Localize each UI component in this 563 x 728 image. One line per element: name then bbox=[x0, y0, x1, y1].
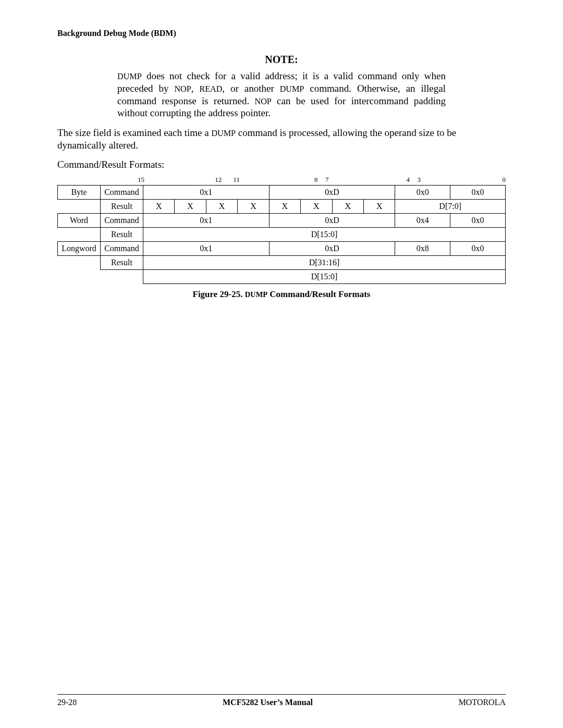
caption-dump: DUMP bbox=[245, 290, 267, 299]
note-text: NOP bbox=[254, 97, 271, 106]
caption-suffix: Command/Result Formats bbox=[267, 289, 370, 299]
body-text: The size field is examined each time a bbox=[57, 127, 211, 138]
data-cell: 0x8 bbox=[395, 241, 450, 255]
caption-prefix: Figure 29-25. bbox=[193, 289, 245, 299]
type-cell bbox=[58, 255, 101, 269]
data-cell: X bbox=[206, 199, 237, 213]
note-text: , bbox=[191, 83, 200, 94]
bit-label: 15 bbox=[138, 176, 144, 184]
bit-label: 3 bbox=[418, 176, 421, 184]
data-cell: X bbox=[175, 199, 206, 213]
footer-page-number: 29-28 bbox=[57, 698, 77, 707]
figure-caption: Figure 29-25. DUMP Command/Result Format… bbox=[57, 289, 506, 300]
table-row: ResultD[31:16] bbox=[58, 255, 506, 269]
data-cell: X bbox=[332, 199, 363, 213]
bit-label: 4 bbox=[406, 176, 410, 184]
data-cell: X bbox=[301, 199, 332, 213]
data-cell: 0xD bbox=[269, 213, 395, 227]
bit-number-row: 15 12 11 8 7 4 3 0 bbox=[57, 176, 506, 184]
footer-brand: MOTOROLA bbox=[459, 698, 506, 707]
label-cell bbox=[101, 269, 143, 283]
table-row: ResultD[15:0] bbox=[58, 227, 506, 241]
type-cell bbox=[58, 227, 101, 241]
type-cell bbox=[58, 199, 101, 213]
bit-label: 12 bbox=[215, 176, 222, 184]
label-cell: Result bbox=[101, 227, 143, 241]
data-cell: 0x4 bbox=[395, 213, 450, 227]
type-cell: Word bbox=[58, 213, 101, 227]
table-row: D[15:0] bbox=[58, 269, 506, 283]
data-cell: 0x1 bbox=[143, 241, 270, 255]
data-cell: 0x0 bbox=[450, 241, 506, 255]
footer-manual-title: MCF5282 User’s Manual bbox=[223, 698, 313, 707]
data-cell: D[15:0] bbox=[143, 269, 506, 283]
data-cell: X bbox=[363, 199, 395, 213]
label-cell: Command bbox=[101, 213, 143, 227]
body-paragraph: The size field is examined each time a D… bbox=[57, 127, 506, 152]
table-row: ResultXXXXXXXXD[7:0] bbox=[58, 199, 506, 213]
note-text: DUMP bbox=[280, 84, 304, 93]
data-cell: 0x1 bbox=[143, 185, 270, 199]
data-cell: X bbox=[143, 199, 175, 213]
label-cell: Command bbox=[101, 185, 143, 199]
type-cell: Byte bbox=[58, 185, 101, 199]
table-row: LongwordCommand0x10xD0x80x0 bbox=[58, 241, 506, 255]
data-cell: D[7:0] bbox=[395, 199, 506, 213]
table-row: WordCommand0x10xD0x40x0 bbox=[58, 213, 506, 227]
format-table: ByteCommand0x10xD0x00x0ResultXXXXXXXXD[7… bbox=[57, 185, 506, 284]
body-text: DUMP bbox=[211, 129, 236, 138]
page-footer: 29-28 MCF5282 User’s Manual MOTOROLA bbox=[57, 694, 506, 707]
note-body: DUMP does not check for a valid address;… bbox=[117, 70, 446, 119]
data-cell: 0x0 bbox=[450, 185, 506, 199]
bit-label: 11 bbox=[234, 176, 240, 184]
note-text: , or another bbox=[222, 83, 279, 94]
bit-label: 7 bbox=[325, 176, 329, 184]
type-cell: Longword bbox=[58, 241, 101, 255]
note-text: DUMP bbox=[117, 72, 142, 81]
data-cell: X bbox=[238, 199, 269, 213]
label-cell: Command bbox=[101, 241, 143, 255]
data-cell: 0x0 bbox=[395, 185, 450, 199]
note-heading: NOTE: bbox=[57, 54, 506, 66]
note-text: READ bbox=[199, 84, 222, 93]
bit-labels: 15 12 11 8 7 4 3 0 bbox=[138, 176, 506, 184]
page: Background Debug Mode (BDM) NOTE: DUMP d… bbox=[0, 0, 563, 728]
label-cell: Result bbox=[101, 199, 143, 213]
data-cell: 0xD bbox=[269, 241, 395, 255]
bit-label: 8 bbox=[314, 176, 318, 184]
type-cell bbox=[58, 269, 101, 283]
table-row: ByteCommand0x10xD0x00x0 bbox=[58, 185, 506, 199]
data-cell: 0x1 bbox=[143, 213, 270, 227]
bit-label: 0 bbox=[503, 176, 506, 184]
data-cell: 0x0 bbox=[450, 213, 506, 227]
data-cell: 0xD bbox=[269, 185, 395, 199]
data-cell: D[15:0] bbox=[143, 227, 506, 241]
subheading: Command/Result Formats: bbox=[57, 159, 506, 170]
note-text: NOP bbox=[174, 84, 191, 93]
label-cell: Result bbox=[101, 255, 143, 269]
format-table-wrap: 15 12 11 8 7 4 3 0 ByteCommand0x10xD0x00… bbox=[57, 176, 506, 284]
data-cell: D[31:16] bbox=[143, 255, 506, 269]
data-cell: X bbox=[269, 199, 300, 213]
running-header: Background Debug Mode (BDM) bbox=[57, 29, 506, 38]
